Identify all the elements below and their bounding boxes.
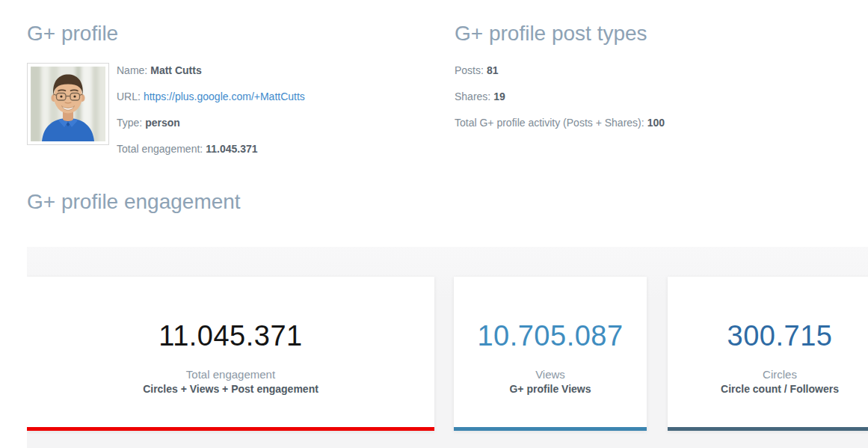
- stat-label: Total engagement: [27, 368, 434, 381]
- field-total-activity: Total G+ profile activity (Posts + Share…: [455, 117, 868, 128]
- stat-label: Circles: [668, 368, 868, 381]
- profile-section: G+ profile: [27, 21, 455, 154]
- engagement-panel: 11.045.371 Total engagement Circles + Vi…: [27, 247, 868, 448]
- field-type: Type:person: [117, 117, 305, 128]
- post-types-title: G+ profile post types: [455, 21, 868, 46]
- stat-sublabel: Circles + Views + Post engagement: [27, 382, 434, 396]
- stat-value: 300.715: [668, 320, 868, 352]
- field-total-engagement-label: Total engagement:: [117, 143, 203, 155]
- stat-label: Views: [454, 368, 647, 381]
- stat-value: 11.045.371: [27, 320, 434, 352]
- field-shares: Shares:19: [455, 91, 868, 102]
- field-posts: Posts:81: [455, 65, 868, 76]
- field-name-value: Matt Cutts: [150, 64, 201, 76]
- post-types-section: G+ profile post types Posts:81 Shares:19…: [455, 21, 868, 154]
- profile-photo: [27, 63, 109, 145]
- profile-section-title: G+ profile: [27, 21, 455, 46]
- stat-card-total-engagement: 11.045.371 Total engagement Circles + Vi…: [27, 277, 434, 431]
- field-shares-value: 19: [493, 90, 505, 102]
- engagement-section-title: G+ profile engagement: [27, 189, 868, 214]
- field-posts-value: 81: [487, 64, 499, 76]
- stat-value: 10.705.087: [454, 320, 647, 352]
- person-avatar-illustration: [31, 67, 105, 141]
- stat-sublabel: G+ profile Views: [454, 382, 647, 396]
- field-url-label: URL:: [117, 90, 141, 102]
- field-total-activity-value: 100: [647, 117, 665, 129]
- stat-cards-row: 11.045.371 Total engagement Circles + Vi…: [27, 277, 868, 431]
- field-type-label: Type:: [117, 117, 142, 129]
- field-total-engagement-value: 11.045.371: [206, 143, 257, 155]
- stat-card-views: 10.705.087 Views G+ profile Views: [454, 277, 647, 431]
- stat-card-circles: 300.715 Circles Circle count / Followers: [668, 277, 868, 431]
- field-name: Name:Matt Cutts: [117, 65, 305, 76]
- field-total-activity-label: Total G+ profile activity (Posts + Share…: [455, 117, 644, 129]
- field-total-engagement: Total engagement:11.045.371: [117, 144, 305, 154]
- field-type-value: person: [145, 117, 180, 129]
- profile-summary: Name:Matt Cutts URL:https://plus.google.…: [27, 63, 455, 154]
- stat-sublabel: Circle count / Followers: [668, 382, 868, 396]
- field-name-label: Name:: [117, 64, 147, 76]
- field-shares-label: Shares:: [455, 90, 490, 102]
- top-section: G+ profile: [0, 0, 868, 154]
- field-posts-label: Posts:: [455, 64, 484, 76]
- profile-fields: Name:Matt Cutts URL:https://plus.google.…: [117, 63, 305, 154]
- post-types-fields: Posts:81 Shares:19 Total G+ profile acti…: [455, 63, 868, 128]
- profile-url-link[interactable]: https://plus.google.com/+MattCutts: [144, 90, 305, 102]
- field-url: URL:https://plus.google.com/+MattCutts: [117, 91, 305, 102]
